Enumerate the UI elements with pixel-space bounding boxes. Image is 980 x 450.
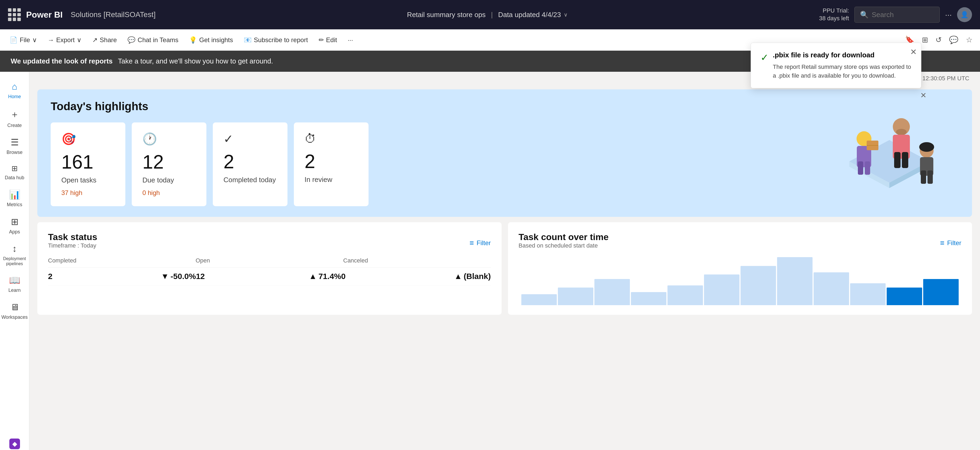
up-arrow-icon: ▲ [309, 272, 317, 281]
sidebar-item-workspaces[interactable]: 🖥 Workspaces [0, 298, 29, 324]
home-icon: ⌂ [12, 81, 18, 92]
export-button[interactable]: → Export ∨ [43, 34, 86, 46]
chart-bar [814, 272, 849, 305]
task-status-panel: Task status Timeframe : Today ≡ Filter C… [37, 222, 501, 315]
deployment-icon: ↕ [12, 243, 17, 254]
sidebar-item-data-hub[interactable]: ⊞ Data hub [0, 160, 29, 185]
popup-close-button[interactable]: ✕ [910, 47, 917, 57]
workspace-label: Solutions [RetailSOATest] [71, 10, 156, 19]
file-button[interactable]: 📄 File ∨ [5, 34, 41, 46]
svg-rect-13 [902, 152, 908, 168]
popup-body: The report Retail summary store ops was … [773, 62, 912, 80]
svg-rect-16 [921, 170, 926, 184]
open-tasks-card: 🎯 161 Open tasks 37 high [51, 122, 125, 206]
task-status-filter-button[interactable]: ≡ Filter [469, 239, 491, 247]
in-review-number: 2 [304, 152, 358, 171]
open-tasks-label: Open tasks [61, 176, 115, 185]
sidebar-item-create[interactable]: ＋ Create [0, 104, 29, 133]
svg-rect-6 [865, 161, 870, 175]
edit-icon: ✏ [319, 36, 324, 44]
sidebar-item-apps[interactable]: ⊞ Apps [0, 212, 29, 239]
due-today-label: Due today [142, 176, 196, 185]
illustration [822, 97, 956, 199]
top-bar: Power BI Solutions [RetailSOATest] Retai… [0, 0, 980, 29]
sidebar-item-browse[interactable]: ☰ Browse [0, 133, 29, 160]
export-icon: → [48, 36, 54, 44]
completed-today-card: ✓ 2 Completed today [213, 122, 288, 206]
due-today-card: 🕐 12 Due today 0 high [132, 122, 207, 206]
popup-dismiss-button[interactable]: ✕ [920, 91, 926, 100]
banner-text: Take a tour, and we'll show you how to g… [118, 57, 273, 65]
ppu-trial-badge: PPU Trial: 38 days left [819, 7, 849, 22]
chart-bar [521, 294, 557, 305]
filter-icon: ≡ [469, 239, 474, 247]
open-change-badge: ▲ 71.4% [309, 272, 341, 281]
more-toolbar-button[interactable]: ··· [344, 34, 357, 46]
search-icon: 🔍 [860, 11, 869, 19]
file-icon: 📄 [10, 36, 18, 44]
sidebar-item-home[interactable]: ⌂ Home [0, 77, 29, 104]
open-tasks-sub: 37 high [61, 189, 115, 197]
chart-bar [850, 283, 886, 305]
bottom-panels: Task status Timeframe : Today ≡ Filter C… [37, 222, 972, 315]
chart-bar [777, 257, 813, 305]
down-arrow-icon: ▼ [161, 272, 169, 281]
subscribe-icon: 📧 [244, 36, 252, 44]
report-title-area: Retail summary store ops | Data updated … [161, 11, 814, 19]
task-count-filter-button[interactable]: ≡ Filter [940, 239, 961, 247]
comments-button[interactable]: 💬 [947, 33, 961, 46]
get-insights-button[interactable]: 💡 Get insights [185, 34, 237, 46]
brand-logo: Power BI [26, 10, 63, 20]
task-status-table: Completed Open Canceled 2 ▼ -50.0% 12 ▲ [48, 257, 491, 285]
subscribe-button[interactable]: 📧 Subscribe to report [239, 34, 312, 46]
data-updated[interactable]: Data updated 4/4/23 ∨ [498, 11, 568, 19]
chat-in-teams-button[interactable]: 💬 Chat in Teams [123, 34, 183, 46]
task-status-title: Task status [48, 232, 97, 242]
chart-bar [594, 279, 630, 305]
search-box[interactable]: 🔍 [854, 7, 940, 23]
checkmark-icon: ✓ [223, 132, 277, 146]
waffle-menu[interactable] [8, 8, 21, 21]
teams-icon: 💬 [127, 36, 135, 44]
svg-point-18 [919, 142, 934, 152]
canceled-change-badge: ▲ (Blank) [454, 272, 491, 281]
due-today-number: 12 [142, 152, 196, 172]
main-content: Last updated 4/4/2023 12:30:05 PM UTC To… [29, 72, 980, 450]
chart-bar [558, 288, 593, 305]
sidebar-item-deployment-pipelines[interactable]: ↕ Deployment pipelines [0, 239, 29, 270]
export-chevron-icon: ∨ [77, 36, 81, 44]
completed-today-number: 2 [223, 152, 277, 171]
report-name: Retail summary store ops [407, 11, 485, 19]
open-tasks-number: 161 [61, 152, 115, 172]
metrics-icon: 📊 [9, 189, 20, 200]
edit-button[interactable]: ✏ Edit [314, 34, 341, 46]
refresh-button[interactable]: ↺ [933, 33, 944, 46]
file-chevron-icon: ∨ [32, 36, 37, 44]
divider: | [491, 11, 493, 19]
target-icon: 🎯 [61, 132, 115, 146]
task-status-header: Task status Timeframe : Today ≡ Filter [48, 232, 491, 254]
timer-icon: ⏱ [304, 132, 358, 145]
avatar[interactable]: 👤 [957, 7, 972, 22]
popup-header: ✓ .pbix file is ready for download The r… [760, 51, 912, 80]
sidebar-item-metrics[interactable]: 📊 Metrics [0, 185, 29, 212]
svg-point-10 [896, 129, 907, 135]
up-arrow-icon2: ▲ [454, 272, 462, 281]
search-input[interactable] [872, 11, 925, 19]
chart-bar [887, 288, 922, 305]
more-options-icon[interactable]: ··· [945, 10, 952, 19]
svg-rect-5 [858, 161, 863, 175]
data-hub-icon: ⊞ [11, 164, 18, 173]
in-review-label: In review [304, 175, 358, 184]
create-icon: ＋ [10, 108, 19, 121]
popup-check-icon: ✓ [760, 52, 768, 63]
share-button[interactable]: ↗ Share [88, 34, 121, 46]
clock-icon: 🕐 [142, 132, 196, 146]
apps-icon: ⊞ [11, 216, 18, 227]
star-button[interactable]: ☆ [964, 33, 975, 46]
sidebar-item-solutions[interactable]: ◆ Solutions [RetailSOA...] [0, 434, 29, 450]
sidebar-item-learn[interactable]: 📖 Learn [0, 270, 29, 298]
chevron-down-icon: ∨ [564, 11, 568, 18]
share-icon: ↗ [92, 36, 98, 44]
chart-bar [923, 279, 959, 305]
